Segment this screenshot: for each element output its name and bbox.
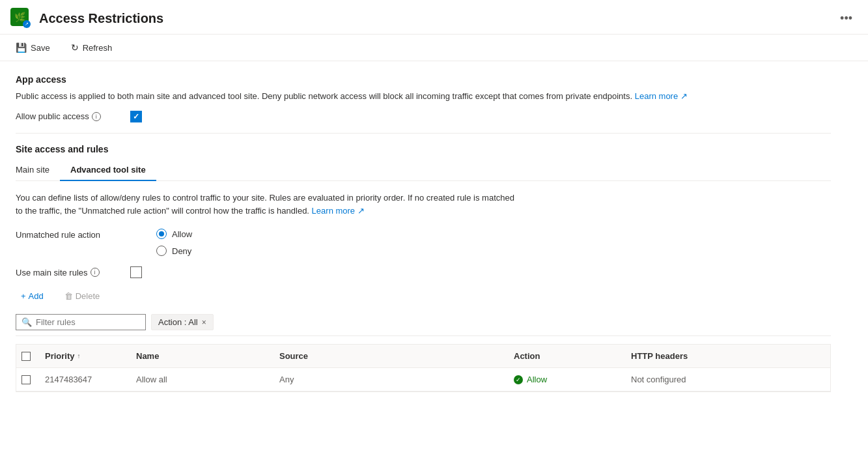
app-access-title: App access: [16, 74, 831, 85]
unmatched-rule-section: Unmatched rule action Allow Deny: [16, 229, 831, 256]
table-header-action: Action: [509, 345, 626, 367]
search-icon: 🔍: [21, 317, 32, 327]
toolbar: 💾 Save ↻ Refresh: [0, 35, 868, 61]
tab-main-site[interactable]: Main site: [16, 160, 60, 181]
refresh-label: Refresh: [83, 43, 113, 53]
filter-input-wrap: 🔍: [16, 314, 146, 330]
unmatched-rule-label: Unmatched rule action: [16, 229, 146, 240]
app-access-section: App access Public access is applied to b…: [16, 74, 831, 122]
row-select-checkbox[interactable]: [21, 375, 31, 384]
app-access-learn-more-label: Learn more: [635, 91, 678, 101]
page-title: Access Restrictions: [39, 11, 835, 26]
allow-public-access-row: Allow public access i: [16, 111, 831, 122]
table-header-name: Name: [131, 345, 274, 367]
table-row[interactable]: 2147483647 Allow all Any Allow Not confi…: [16, 368, 830, 392]
save-label: Save: [31, 43, 50, 53]
delete-button-label: Delete: [76, 291, 100, 301]
rules-learn-more-link[interactable]: Learn more ↗: [312, 206, 365, 216]
rules-external-link-icon: ↗: [357, 206, 365, 216]
allow-public-info-icon[interactable]: i: [92, 112, 101, 121]
allow-radio-inner: [159, 231, 164, 236]
more-options-icon[interactable]: •••: [835, 9, 858, 28]
allow-badge: Allow: [514, 375, 547, 384]
row-name: Allow all: [131, 368, 274, 391]
app-logo: 🌿: [10, 8, 31, 29]
row-http-headers: Not configured: [626, 368, 743, 391]
app-access-description: Public access is applied to both main si…: [16, 90, 831, 103]
action-filter-tag-label: Action : All: [158, 317, 198, 327]
use-main-site-label-text: Use main site rules: [16, 268, 88, 278]
table-header: Priority ↑ Name Source Action HTTP heade…: [16, 345, 830, 368]
table-header-priority: Priority ↑: [40, 345, 131, 367]
allow-public-checkbox[interactable]: [130, 111, 142, 122]
deny-radio-button[interactable]: [156, 246, 167, 256]
row-checkbox-cell: [16, 368, 40, 391]
allow-dot-icon: [514, 375, 523, 384]
rules-learn-more-label: Learn more: [312, 206, 355, 216]
tab-advanced-tool-site[interactable]: Advanced tool site: [60, 160, 156, 181]
add-button-label: Add: [29, 291, 44, 301]
app-access-learn-more-link[interactable]: Learn more ↗: [635, 91, 688, 101]
allow-public-label: Allow public access i: [16, 111, 120, 121]
rules-description-text: You can define lists of allow/deny rules…: [16, 193, 514, 216]
row-action: Allow: [509, 368, 626, 391]
use-main-site-checkbox[interactable]: [130, 266, 142, 278]
action-filter-tag: Action : All ×: [151, 314, 214, 330]
row-source: Any: [274, 368, 509, 391]
row-action-label: Allow: [527, 375, 547, 384]
use-main-site-info-icon[interactable]: i: [91, 268, 100, 277]
allow-radio-option[interactable]: Allow: [156, 229, 192, 239]
site-tabs: Main site Advanced tool site: [16, 160, 831, 181]
action-filter-tag-close[interactable]: ×: [202, 318, 206, 327]
filter-bar: 🔍 Action : All ×: [16, 314, 831, 336]
save-icon: 💾: [16, 42, 27, 53]
allow-radio-button[interactable]: [156, 229, 167, 239]
use-main-site-label: Use main site rules i: [16, 268, 120, 278]
delete-rule-button[interactable]: 🗑 Delete: [59, 289, 105, 304]
delete-icon: 🗑: [64, 291, 73, 301]
table-header-http-headers: HTTP headers: [626, 345, 743, 367]
refresh-button[interactable]: ↻ Refresh: [66, 40, 118, 55]
deny-radio-option[interactable]: Deny: [156, 246, 192, 256]
allow-radio-label: Allow: [172, 229, 192, 239]
add-icon: +: [21, 291, 26, 301]
add-rule-button[interactable]: + Add: [16, 289, 49, 304]
row-priority: 2147483647: [40, 368, 131, 391]
main-content: App access Public access is applied to b…: [0, 61, 847, 405]
priority-sort-icon[interactable]: ↑: [77, 352, 81, 360]
rules-table: Priority ↑ Name Source Action HTTP heade…: [16, 344, 831, 392]
save-button[interactable]: 💾 Save: [10, 40, 55, 55]
unmatched-rule-options: Allow Deny: [156, 229, 192, 256]
site-access-title: Site access and rules: [16, 144, 831, 154]
app-access-description-text: Public access is applied to both main si…: [16, 91, 632, 101]
table-select-all-checkbox[interactable]: [21, 352, 31, 361]
filter-rules-input[interactable]: [36, 317, 140, 327]
section-divider: [16, 133, 831, 134]
use-main-site-rules-row: Use main site rules i: [16, 266, 831, 278]
table-header-source: Source: [274, 345, 509, 367]
site-access-section: Site access and rules Main site Advanced…: [16, 144, 831, 393]
allow-public-label-text: Allow public access: [16, 111, 89, 121]
page-header: 🌿 Access Restrictions •••: [0, 0, 868, 35]
refresh-icon: ↻: [71, 42, 79, 53]
external-link-icon: ↗: [680, 91, 688, 101]
rules-description: You can define lists of allow/deny rules…: [16, 192, 524, 219]
deny-radio-label: Deny: [172, 246, 191, 256]
table-header-checkbox-cell: [16, 345, 40, 367]
action-bar: + Add 🗑 Delete: [16, 286, 831, 306]
